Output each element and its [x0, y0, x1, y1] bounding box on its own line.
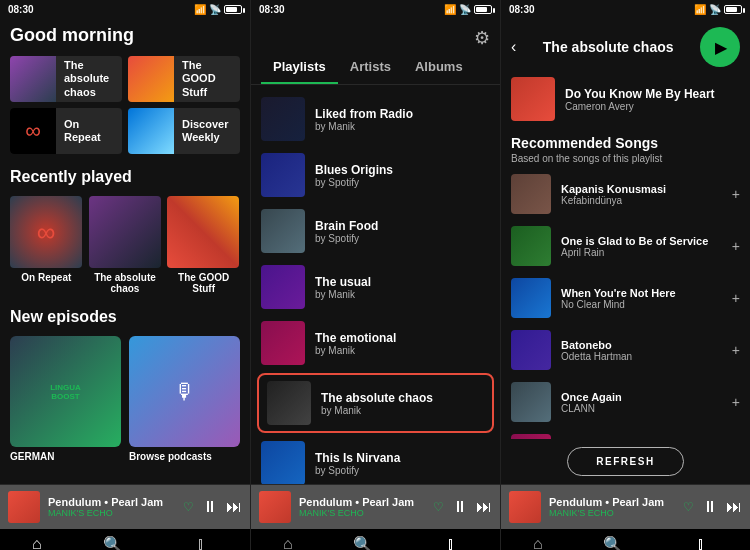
rec-add-icon-3[interactable]: + — [732, 290, 740, 306]
quick-thumb-discover-weekly — [128, 108, 174, 154]
nav-search-p1[interactable]: 🔍 Search — [99, 535, 128, 551]
playlist-brain-food[interactable]: Brain Food by Spotify — [251, 203, 500, 259]
nav-home-p1[interactable]: ⌂ Home — [25, 535, 49, 550]
quick-item-good-stuff[interactable]: The GOODStuff — [128, 56, 240, 102]
ep-thumb-browse: 🎙 — [129, 336, 240, 447]
now-playing-p2[interactable]: Pendulum • Pearl Jam MANIK'S ECHO ♡ ⏸ ⏭ — [251, 485, 500, 529]
nav-library-p3[interactable]: ⫿ Your Library — [677, 535, 725, 550]
pl-info-brain-food: Brain Food by Spotify — [315, 219, 490, 244]
first-track-artist: Cameron Avery — [565, 101, 740, 112]
rec-add-icon-4[interactable]: + — [732, 342, 740, 358]
status-icons-p3: 📶 📡 — [694, 4, 742, 15]
recommended-subtitle: Based on the songs of this playlist — [511, 153, 740, 164]
playlist-detail-header: ‹ The absolute chaos ▶ — [501, 19, 750, 71]
rec-add-icon-2[interactable]: + — [732, 238, 740, 254]
recently-played-title: Recently played — [10, 168, 240, 186]
rec-add-icon-5[interactable]: + — [732, 394, 740, 410]
np-artist-p3: MANIK'S ECHO — [549, 508, 675, 518]
rec-info-3: When You're Not Here No Clear Mind — [561, 287, 722, 310]
search-icon-p1: 🔍 — [103, 535, 123, 551]
panel-home: 08:30 📶 📡 Good morning The absolutechaos… — [0, 0, 250, 550]
ep-german[interactable]: LINGUABOOST GERMAN — [10, 336, 121, 462]
pause-icon-p1[interactable]: ⏸ — [202, 498, 218, 516]
status-icons-p1: 📶 📡 — [194, 4, 242, 15]
first-track-row[interactable]: Do You Know Me By Heart Cameron Avery — [501, 71, 750, 127]
refresh-button[interactable]: REFRESH — [567, 447, 683, 476]
rec-thumb-5 — [511, 382, 551, 422]
quick-label-abs-chaos: The absolutechaos — [56, 59, 122, 99]
now-playing-p1[interactable]: Pendulum • Pearl Jam MANIK'S ECHO ♡ ⏸ ⏭ — [0, 485, 250, 529]
quick-item-on-repeat[interactable]: ∞ On Repeat — [10, 108, 122, 154]
rec-info-2: One is Glad to Be of Service April Rain — [561, 235, 722, 258]
nav-home-p3[interactable]: ⌂ Home — [526, 535, 550, 550]
pl-by-this-nirvana: by Spotify — [315, 465, 490, 476]
recently-played-section: Recently played ∞ On Repeat The absolute… — [10, 168, 240, 294]
nav-search-p3[interactable]: 🔍 Search — [599, 535, 628, 551]
playlist-liked-radio[interactable]: Liked from Radio by Manik — [251, 91, 500, 147]
nav-library-p2[interactable]: ⫿ Your Library — [427, 535, 475, 550]
status-time-p3: 08:30 — [509, 4, 535, 15]
pl-by-blues-origins: by Spotify — [315, 177, 490, 188]
playlist-this-nirvana[interactable]: This Is Nirvana by Spotify — [251, 435, 500, 484]
pl-info-this-nirvana: This Is Nirvana by Spotify — [315, 451, 490, 476]
nav-home-p2[interactable]: ⌂ Home — [276, 535, 300, 550]
playlist-detail-title: The absolute chaos — [524, 39, 692, 55]
playlist-abs-chaos[interactable]: The absolute chaos by Manik — [257, 373, 494, 433]
recent-good-stuff[interactable]: The GOOD Stuff — [167, 196, 240, 294]
rec-info-1: Kapanis Konusmasi Kefabindünya — [561, 183, 722, 206]
recent-on-repeat[interactable]: ∞ On Repeat — [10, 196, 83, 294]
rec-add-icon-1[interactable]: + — [732, 186, 740, 202]
rec-item-6[interactable]: St. Francis Josh Lippi & The Overtimers … — [501, 428, 750, 439]
rec-thumb-3 — [511, 278, 551, 318]
nav-library-p1[interactable]: ⫿ Your Library — [177, 535, 225, 550]
pause-icon-p2[interactable]: ⏸ — [452, 498, 468, 516]
quick-item-discover[interactable]: DiscoverWeekly — [128, 108, 240, 154]
playlist-the-usual[interactable]: The usual by Manik — [251, 259, 500, 315]
rec-thumb-2 — [511, 226, 551, 266]
np-info-p2: Pendulum • Pearl Jam MANIK'S ECHO — [299, 496, 425, 518]
play-fab-button[interactable]: ▶ — [700, 27, 740, 67]
now-playing-p3[interactable]: Pendulum • Pearl Jam MANIK'S ECHO ♡ ⏸ ⏭ — [501, 485, 750, 529]
pl-by-the-usual: by Manik — [315, 289, 490, 300]
next-icon-p3[interactable]: ⏭ — [726, 498, 742, 516]
heart-icon-p1[interactable]: ♡ — [183, 500, 194, 514]
nav-bar-p3: ⌂ Home 🔍 Search ⫿ Your Library — [501, 529, 750, 550]
rec-thumb-1 — [511, 174, 551, 214]
search-icon-p2: 🔍 — [353, 535, 373, 551]
rec-item-5[interactable]: Once Again CLANN + — [501, 376, 750, 428]
first-track-info: Do You Know Me By Heart Cameron Avery — [565, 87, 740, 112]
next-icon-p1[interactable]: ⏭ — [226, 498, 242, 516]
settings-button[interactable]: ⚙ — [474, 27, 490, 49]
status-time-p1: 08:30 — [8, 4, 34, 15]
rec-item-4[interactable]: Batonebo Odetta Hartman + — [501, 324, 750, 376]
library-icon-p3: ⫿ — [697, 535, 705, 550]
battery-icon-p1 — [224, 5, 242, 14]
quick-item-abs-chaos[interactable]: The absolutechaos — [10, 56, 122, 102]
heart-icon-p3[interactable]: ♡ — [683, 500, 694, 514]
pl-name-liked-radio: Liked from Radio — [315, 107, 490, 121]
tab-playlists[interactable]: Playlists — [261, 53, 338, 84]
rec-item-3[interactable]: When You're Not Here No Clear Mind + — [501, 272, 750, 324]
battery-icon-p2 — [474, 5, 492, 14]
rec-item-2[interactable]: One is Glad to Be of Service April Rain … — [501, 220, 750, 272]
next-icon-p2[interactable]: ⏭ — [476, 498, 492, 516]
playlist-blues-origins[interactable]: Blues Origins by Spotify — [251, 147, 500, 203]
rec-item-1[interactable]: Kapanis Konusmasi Kefabindünya + — [501, 168, 750, 220]
tab-albums[interactable]: Albums — [403, 53, 475, 84]
tab-artists[interactable]: Artists — [338, 53, 403, 84]
back-button[interactable]: ‹ — [511, 38, 516, 56]
pause-icon-p3[interactable]: ⏸ — [702, 498, 718, 516]
np-controls-p1: ♡ ⏸ ⏭ — [183, 498, 242, 516]
rec-artist-5: CLANN — [561, 403, 722, 414]
pl-name-the-emotional: The emotional — [315, 331, 490, 345]
ep-browse[interactable]: 🎙 Browse podcasts — [129, 336, 240, 462]
playlist-the-emotional[interactable]: The emotional by Manik — [251, 315, 500, 371]
quick-access-grid: The absolutechaos The GOODStuff ∞ On Rep… — [10, 56, 240, 154]
rec-artist-1: Kefabindünya — [561, 195, 722, 206]
nav-search-p2[interactable]: 🔍 Search — [349, 535, 378, 551]
pl-by-brain-food: by Spotify — [315, 233, 490, 244]
recent-abs-chaos[interactable]: The absolute chaos — [89, 196, 162, 294]
quick-thumb-on-repeat: ∞ — [10, 108, 56, 154]
heart-icon-p2[interactable]: ♡ — [433, 500, 444, 514]
quick-label-good-stuff: The GOODStuff — [174, 59, 240, 99]
